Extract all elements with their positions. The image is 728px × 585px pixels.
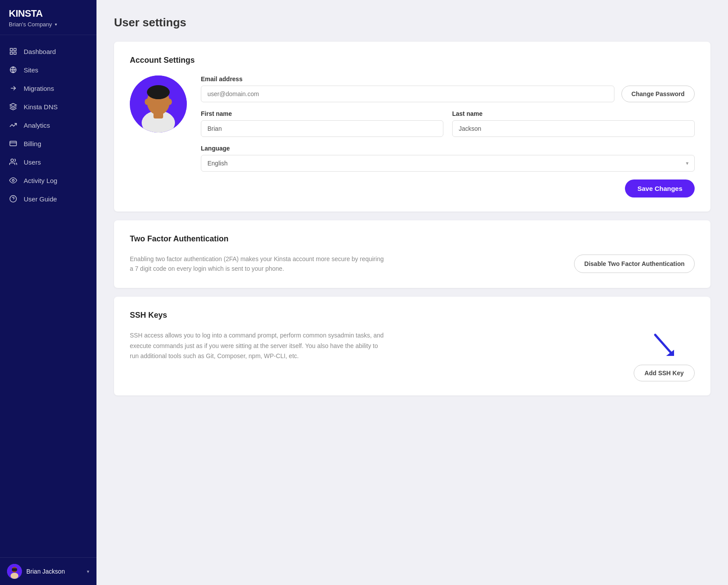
ssh-right: Add SSH Key [634,330,695,381]
users-label: Users [24,158,41,166]
sites-label: Sites [24,66,38,74]
name-row: First name Last name [201,110,695,137]
svg-rect-0 [10,48,12,50]
last-name-group: Last name [452,110,695,137]
tfa-body: Enabling two factor authentication (2FA)… [130,254,695,274]
last-name-label: Last name [452,110,695,117]
users-icon [9,158,18,166]
two-factor-title: Two Factor Authentication [130,234,695,244]
svg-point-22 [149,89,168,99]
save-changes-button[interactable]: Save Changes [625,179,695,197]
arrow-graphic [649,330,679,361]
kinsta-dns-label: Kinsta DNS [24,103,58,111]
sidebar-item-user-guide[interactable]: User Guide [0,190,96,208]
sidebar-item-kinsta-dns[interactable]: Kinsta DNS [0,97,96,116]
ssh-description: SSH access allows you to log into a comm… [130,330,384,362]
svg-line-25 [655,335,671,353]
company-chevron-icon: ▾ [55,22,57,27]
footer-chevron-icon: ▾ [87,569,89,574]
last-name-input[interactable] [452,120,695,137]
svg-point-14 [11,573,18,579]
email-label: Email address [201,75,614,83]
sidebar-nav: Dashboard Sites Migrations Kinsta DNS An… [0,35,96,557]
company-selector[interactable]: Brian's Company ▾ [9,21,88,28]
avatar-container [130,75,187,133]
kinsta-dns-icon [9,102,18,111]
analytics-icon [9,121,18,129]
sidebar-item-dashboard[interactable]: Dashboard [0,42,96,61]
company-name: Brian's Company [9,21,52,28]
profile-avatar [130,75,187,133]
svg-point-24 [168,99,172,105]
migrations-icon [9,84,18,93]
sidebar: KINSTA Brian's Company ▾ Dashboard Sites… [0,0,96,585]
user-guide-icon [9,194,18,203]
svg-point-8 [11,159,14,162]
disable-2fa-button[interactable]: Disable Two Factor Authentication [574,255,695,273]
first-name-label: First name [201,110,443,117]
main-content: User settings Account Settings [96,0,728,585]
language-select-wrapper: English Spanish French German ▾ [201,155,695,172]
ssh-keys-card: SSH Keys SSH access allows you to log in… [114,297,710,395]
svg-rect-3 [14,52,16,54]
first-name-input[interactable] [201,120,443,137]
sidebar-header: KINSTA Brian's Company ▾ [0,0,96,35]
footer-user-name: Brian Jackson [26,568,82,575]
activity-log-icon [9,176,18,185]
dashboard-label: Dashboard [24,48,56,55]
svg-rect-6 [10,141,17,146]
two-factor-auth-card: Two Factor Authentication Enabling two f… [114,220,710,288]
account-settings-title: Account Settings [130,56,695,65]
sidebar-item-users[interactable]: Users [0,153,96,171]
language-row: Language English Spanish French German ▾ [201,145,695,172]
email-input[interactable] [201,86,614,102]
account-settings-card: Account Settings [114,42,710,212]
sidebar-item-billing[interactable]: Billing [0,134,96,153]
svg-point-23 [145,99,149,105]
change-password-button[interactable]: Change Password [621,86,695,102]
analytics-label: Analytics [24,122,50,129]
billing-label: Billing [24,140,41,147]
activity-log-label: Activity Log [24,177,57,184]
svg-rect-1 [14,48,16,50]
page-title: User settings [114,16,710,29]
kinsta-logo: KINSTA [9,8,88,19]
sidebar-item-analytics[interactable]: Analytics [0,116,96,134]
svg-rect-16 [12,568,17,571]
tfa-description: Enabling two factor authentication (2FA)… [130,254,384,274]
language-select[interactable]: English Spanish French German [201,155,695,172]
save-row: Save Changes [201,179,695,197]
svg-point-9 [12,179,14,182]
svg-rect-2 [10,52,12,54]
account-settings-body: Email address Change Password First name… [130,75,695,197]
sidebar-item-sites[interactable]: Sites [0,61,96,79]
footer-avatar [7,564,22,579]
form-section: Email address Change Password First name… [201,75,695,197]
sidebar-item-migrations[interactable]: Migrations [0,79,96,97]
email-form-row: Email address [201,75,614,102]
user-guide-label: User Guide [24,195,57,203]
sidebar-footer[interactable]: Brian Jackson ▾ [0,557,96,585]
add-ssh-key-button[interactable]: Add SSH Key [634,365,695,381]
ssh-keys-title: SSH Keys [130,311,695,320]
dashboard-icon [9,47,18,56]
ssh-body: SSH access allows you to log into a comm… [130,330,695,381]
sites-icon [9,65,18,74]
first-name-group: First name [201,110,443,137]
billing-icon [9,139,18,148]
sidebar-item-activity-log[interactable]: Activity Log [0,171,96,190]
migrations-label: Migrations [24,85,54,92]
email-row: Email address Change Password [201,75,695,102]
language-label: Language [201,145,695,152]
